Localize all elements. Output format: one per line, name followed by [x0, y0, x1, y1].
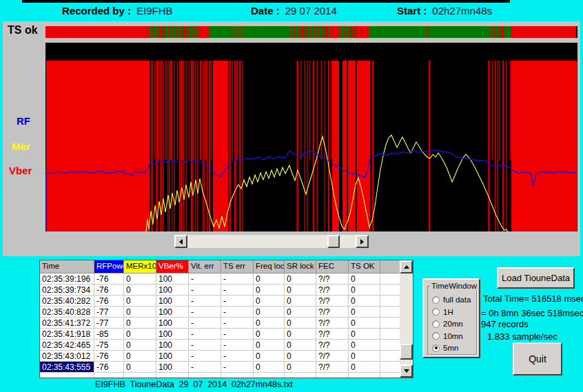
table-cell: -: [189, 340, 221, 351]
table-cell: -: [189, 318, 221, 329]
table-cell: 0: [349, 274, 380, 285]
table-cell: 100: [156, 329, 189, 340]
table-cell: ?/?: [316, 362, 349, 373]
table-cell: 0: [124, 340, 156, 351]
table-row[interactable]: 02:35:41:372-770100--00?/?0: [40, 318, 400, 329]
radio-1h[interactable]: 1H: [432, 307, 453, 317]
table-cell: ?/?: [316, 318, 349, 329]
quit-button[interactable]: Quit: [513, 342, 562, 375]
table-row[interactable]: 02:35:43:555-760100--00?/?0: [40, 362, 400, 373]
column-header-freq-lock[interactable]: Freq lock: [254, 260, 285, 274]
table-cell: -: [221, 362, 254, 373]
table-row[interactable]: 02:35:40:282-760100--00?/?0: [40, 296, 400, 307]
table-cell: 0: [349, 285, 380, 296]
legend-vber: Vber: [9, 165, 32, 176]
column-header-rfpower[interactable]: RFPower: [94, 260, 124, 274]
table-cell: 0: [254, 285, 285, 296]
table-cell: -: [221, 329, 254, 340]
table-cell-filler: [380, 373, 400, 378]
table-cell: [156, 373, 189, 378]
scroll-down-button[interactable]: [400, 364, 413, 378]
table-cell-filler: [380, 362, 400, 373]
table-row[interactable]: 02:35:43:012-760100--00?/?0: [40, 351, 400, 362]
column-header-fec[interactable]: FEC: [316, 260, 349, 274]
scroll-right-button[interactable]: [356, 235, 369, 248]
table-cell: -77: [94, 307, 124, 318]
table-row[interactable]: 02:35:41:918-850100--00?/?0: [40, 329, 400, 340]
table-cell: 02:35:43:012: [40, 351, 94, 362]
legend-mer: Mer: [12, 141, 30, 152]
ts-ok-label: TS ok: [8, 24, 38, 37]
radio-label: 1H: [443, 308, 453, 316]
column-header-ts-err[interactable]: TS err: [221, 260, 254, 274]
table-cell: 100: [156, 296, 189, 307]
radio-icon: [432, 296, 440, 304]
table-cell: 0: [254, 274, 285, 285]
column-header-vit-err[interactable]: Vit. err: [189, 260, 221, 274]
table-cell: -: [189, 274, 221, 285]
table-row[interactable]: 02:35:39:196-760100--00?/?0: [40, 274, 400, 285]
table-cell: [94, 373, 124, 378]
table-cell: -76: [94, 296, 124, 307]
hscrollbar-thumb[interactable]: [327, 235, 340, 248]
table-cell: -85: [94, 329, 124, 340]
table-body: 02:35:39:196-760100--00?/?002:35:39:734-…: [40, 274, 400, 378]
table-cell: 02:35:43:555: [40, 362, 94, 373]
table-cell: -75: [94, 340, 124, 351]
table-row[interactable]: 02:35:40:828-770100--00?/?0: [40, 307, 400, 318]
vscrollbar-thumb[interactable]: [400, 344, 413, 360]
data-table: TimeRFPowerMERx10VBer%Vit. errTS errFreq…: [39, 260, 413, 378]
table-cell: -: [221, 307, 254, 318]
table-cell: -76: [94, 351, 124, 362]
table-cell: [221, 373, 254, 378]
table-cell: [124, 373, 156, 378]
table-row[interactable]: 02:35:39:734-760100--00?/?0: [40, 285, 400, 296]
table-cell: 0: [254, 362, 285, 373]
radio-icon: [432, 308, 440, 316]
table-vertical-scrollbar[interactable]: [400, 260, 413, 378]
table-cell: 0: [254, 351, 285, 362]
chart-horizontal-scrollbar[interactable]: [174, 235, 369, 248]
radio-10mn[interactable]: 10mn: [432, 331, 463, 341]
table-cell: 02:35:39:196: [40, 274, 94, 285]
table-cell: 0: [349, 296, 380, 307]
table-cell: 0: [349, 351, 380, 362]
table-cell: 02:35:40:282: [40, 296, 94, 307]
sample-rate-text: 1.833 sample/sec: [487, 331, 558, 342]
column-header-vber-[interactable]: VBer%: [156, 260, 189, 274]
table-cell: -76: [94, 274, 124, 285]
radio-5mn[interactable]: 5mn: [432, 343, 458, 353]
ts-segment-end: [576, 26, 577, 38]
table-cell: ?/?: [316, 351, 349, 362]
column-header-merx10[interactable]: MERx10: [124, 260, 156, 274]
column-header-time[interactable]: Time: [40, 260, 94, 274]
scroll-left-button[interactable]: [174, 235, 187, 248]
table-cell: 02:35:42:465: [40, 340, 94, 351]
table-cell: 0: [124, 274, 156, 285]
table-cell: 0: [349, 362, 380, 373]
radio-label: 10mn: [443, 332, 463, 340]
start-label: Start :: [397, 5, 427, 17]
table-cell: 0: [349, 329, 380, 340]
table-cell: 02:35:39:734: [40, 285, 94, 296]
date-value: 29 07 2014: [285, 5, 337, 17]
ts-status-strip: [45, 26, 577, 38]
radio-20mn[interactable]: 20mn: [432, 319, 463, 329]
table-row[interactable]: [40, 373, 400, 378]
table-cell: -: [189, 296, 221, 307]
radio-full-data[interactable]: full data: [432, 295, 471, 305]
legend-rf: RF: [17, 115, 30, 127]
table-cell: ?/?: [316, 307, 349, 318]
load-tiounedata-button[interactable]: Load TiouneData: [497, 267, 575, 289]
column-header-sr-lock[interactable]: SR lock: [285, 260, 316, 274]
ts-segment-fail: [357, 26, 369, 38]
time-window-caption: TimeWindow: [430, 282, 478, 290]
table-cell: 0: [254, 329, 285, 340]
column-header-ts-ok[interactable]: TS OK: [349, 260, 380, 274]
recorded-by: Recorded by :EI9FHB: [62, 5, 173, 19]
table-row[interactable]: 02:35:42:465-750100--00?/?0: [40, 340, 400, 351]
scroll-up-button[interactable]: [400, 260, 413, 274]
table-cell: 0: [349, 340, 380, 351]
ts-segment-ok: [209, 26, 229, 38]
table-cell: 0: [285, 296, 316, 307]
